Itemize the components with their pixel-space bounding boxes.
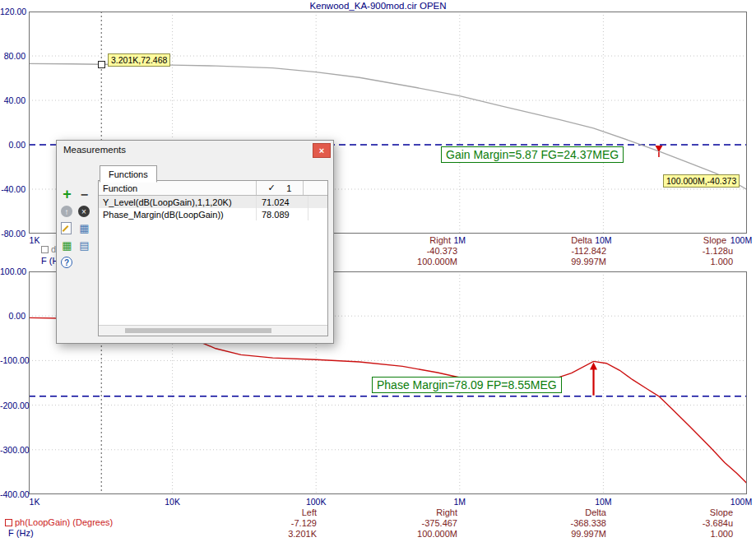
phase-readout-slope-value: -3.684u [659,518,733,528]
dialog-title-text: Measurements [63,145,126,155]
list-icon[interactable]: ▤ [78,239,90,252]
table-row[interactable]: Y_Level(dB(LoopGain),1,1,20K) 71.024 [99,196,327,208]
gain-readout-right-value: -40.373 [383,246,457,256]
x-tick-label: 100K [306,497,327,507]
column-header-run1[interactable]: ✓ 1 [257,181,304,195]
add-icon[interactable]: + [61,188,73,201]
remove-icon[interactable]: − [78,188,90,201]
x-tick-label: 1M [454,497,466,507]
gain-readout-delta-value: -112.842 [532,246,606,256]
table-header-row: Function ✓ 1 [99,181,327,196]
y-tick-label: -300.00 [0,445,26,455]
x-tick-label: 1M [454,235,466,245]
table-icon[interactable]: ▦ [78,222,90,234]
gain-readout-header-delta: Delta [518,235,592,245]
y-tick-label: -200.00 [0,401,26,410]
column-header-function[interactable]: Function [99,181,257,195]
y-tick-label: -40.00 [0,184,26,194]
measurements-dialog: Measurements × + − ↑ × ▦ ▦ ▤ ? Functions… [56,140,334,344]
phase-readout-header-right: Right [383,507,457,517]
table-row[interactable]: Phase_Margin(dB(LoopGain)) 78.089 [99,208,327,220]
scrollbar-thumb[interactable] [125,328,271,333]
phase-readout-header-delta: Delta [532,507,606,517]
gain-readout-delta-freq: 99.997M [532,257,606,266]
plot-window-title: Kenwood_KA-900mod.cir OPEN [0,1,756,11]
help-icon[interactable]: ? [61,257,72,268]
close-icon[interactable]: × [313,143,331,158]
y-tick-label: 0.00 [0,140,26,150]
waveform-swatch-icon [41,246,49,253]
gain-readout-slope-value: -1.128u [659,246,733,256]
horizontal-scrollbar[interactable] [99,325,327,336]
left-cursor-point-marker[interactable] [98,61,105,68]
left-cursor-value-tag[interactable]: 3.201K,72.468 [108,53,170,67]
y-tick-label: 100.00 [0,266,26,276]
y-tick-label: 40.00 [0,95,26,105]
phase-readout-header-left: Left [243,507,317,517]
x-tick-label: 10M [595,497,611,507]
gain-readout-slope-freq: 1.000 [659,257,733,266]
dialog-titlebar[interactable]: Measurements × [57,141,333,159]
y-tick-label: 0.00 [0,311,26,321]
phase-readout-header-slope: Slope [659,507,733,517]
gain-readout-header-right: Right [377,235,451,245]
x-tick-label: 10M [595,235,611,245]
phase-readout-delta-value: -368.338 [532,518,606,528]
tab-functions[interactable]: Functions [100,165,157,183]
x-tick-label: 100M [730,497,752,507]
phase-readout-left-freq: 3.201K [243,529,317,539]
move-up-icon[interactable]: ↑ [61,206,72,217]
gain-readout-header-slope: Slope [652,235,726,245]
export-table-icon[interactable]: ▦ [61,239,73,252]
functions-panel: Function ✓ 1 Y_Level(dB(LoopGain),1,1,20… [98,180,328,336]
gain-margin-marker[interactable] [655,146,662,152]
x-tick-label: 1K [30,235,40,245]
waveform-swatch-icon [5,519,12,526]
phase-margin-callout[interactable]: Phase Margin=78.09 FP=8.55MEG [372,377,562,393]
phase-readout-slope-freq: 1.000 [659,529,733,539]
y-tick-label: 80.00 [0,51,26,61]
x-tick-label: 1K [30,497,40,507]
phase-readout-delta-freq: 99.997M [532,529,606,539]
edit-icon[interactable] [61,222,72,234]
phase-readout-right-freq: 100.000M [383,529,457,539]
y-tick-label: 120.00 [0,7,26,16]
right-cursor-value-tag[interactable]: 100.000M,-40.373 [663,174,740,188]
phase-readout-right-value: -375.467 [383,518,457,528]
x-tick-label: 100M [730,235,752,245]
x-tick-label: 10K [165,497,180,507]
dialog-toolbar: + − ↑ × ▦ ▦ ▤ ? [61,188,94,268]
y-tick-label: -400.00 [0,489,26,499]
y-tick-label: -100.00 [0,355,26,365]
phase-waveform-label[interactable]: ph(LoopGain) (Degrees) [5,517,113,527]
microcap-analysis-window: Kenwood_KA-900mod.cir OPEN 120.0080.0040… [0,0,756,542]
y-tick-label: -80.00 [0,229,26,239]
phase-readout-left-value: -7.129 [243,518,317,528]
check-icon: ✓ [268,183,276,193]
delete-icon[interactable]: × [78,206,90,217]
gain-readout-right-freq: 100.000M [383,257,457,266]
gain-margin-callout[interactable]: Gain Margin=5.87 FG=24.37MEG [441,146,624,163]
phase-x-axis-label: F (Hz) [8,528,34,538]
